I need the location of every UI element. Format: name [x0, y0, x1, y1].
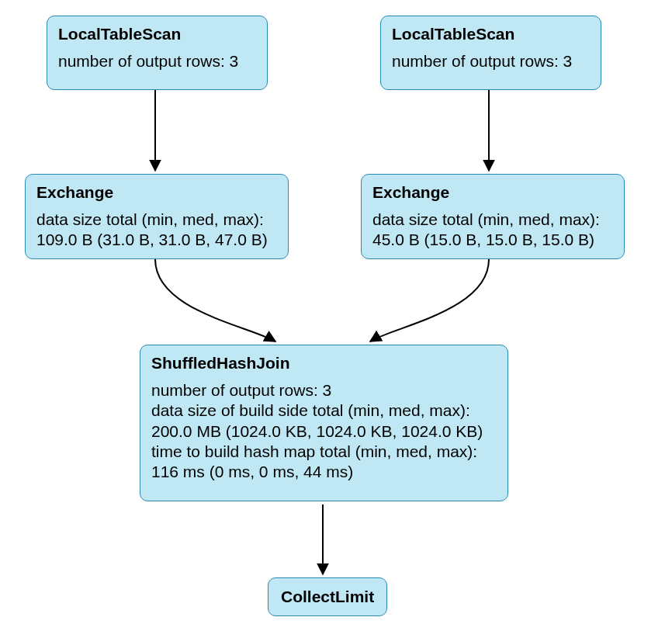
- node-title: LocalTableScan: [58, 24, 256, 43]
- node-local-table-scan-left: LocalTableScan number of output rows: 3: [47, 16, 268, 90]
- node-title: Exchange: [36, 182, 277, 202]
- node-shuffled-hash-join: ShuffledHashJoin number of output rows: …: [140, 345, 508, 501]
- node-body: data size total (min, med, max): 109.0 B…: [36, 210, 277, 251]
- node-body: number of output rows: 3: [58, 51, 256, 71]
- edge-exchange-left-to-shj: [155, 259, 275, 341]
- node-title: Exchange: [372, 182, 613, 202]
- edge-layer: [0, 0, 672, 624]
- node-exchange-right: Exchange data size total (min, med, max)…: [361, 174, 625, 259]
- node-body: number of output rows: 3 data size of bu…: [151, 380, 497, 482]
- node-collect-limit: CollectLimit: [268, 577, 387, 616]
- node-body: data size total (min, med, max): 45.0 B …: [372, 210, 613, 251]
- node-title: LocalTableScan: [392, 24, 590, 43]
- node-title: CollectLimit: [281, 588, 374, 605]
- node-body: number of output rows: 3: [392, 51, 590, 71]
- node-title: ShuffledHashJoin: [151, 353, 497, 373]
- edge-exchange-right-to-shj: [370, 259, 489, 341]
- node-local-table-scan-right: LocalTableScan number of output rows: 3: [380, 16, 601, 90]
- node-exchange-left: Exchange data size total (min, med, max)…: [25, 174, 289, 259]
